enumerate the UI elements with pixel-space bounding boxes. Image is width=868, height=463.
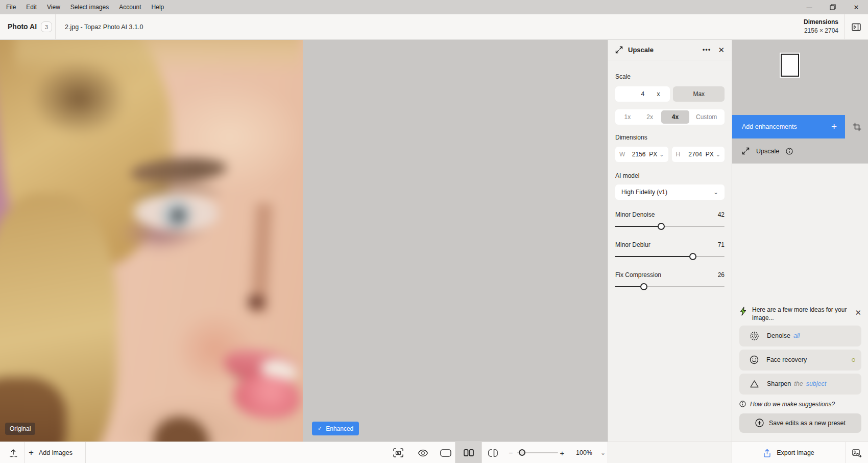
width-input[interactable]: W 2156 PX ⌄	[615, 147, 668, 162]
zoom-out-button[interactable]: −	[505, 442, 516, 463]
suggestion-denoise[interactable]: Denoise all	[739, 326, 861, 346]
chevron-down-icon[interactable]: ⌄	[716, 151, 720, 158]
enhanced-toggle-button[interactable]: ✓ Enhanced	[312, 422, 359, 435]
export-image-button[interactable]: Export image	[732, 442, 846, 463]
menu-edit[interactable]: Edit	[21, 0, 42, 14]
image-navigator-thumbnail[interactable]	[781, 54, 799, 77]
dimensions-label: Dimensions	[804, 18, 838, 26]
enhancement-item-upscale[interactable]: Upscale	[732, 138, 868, 164]
minor-denoise-value: 42	[718, 211, 725, 218]
upscale-settings-panel: Upscale ••• ✕ Scale 4 x Max 1x 2x 4x	[608, 40, 732, 442]
upload-icon	[9, 448, 18, 458]
minimize-button[interactable]: —	[798, 0, 821, 14]
denoise-icon	[750, 331, 759, 341]
more-options-icon[interactable]: •••	[703, 46, 711, 54]
zoom-in-button[interactable]: +	[557, 442, 567, 463]
scale-section-label: Scale	[615, 73, 725, 80]
menu-help[interactable]: Help	[147, 0, 170, 14]
scale-value: 4	[615, 90, 657, 98]
zoom-level-select[interactable]: 100% ⌄	[576, 442, 606, 463]
scale-option-2x[interactable]: 2x	[639, 110, 661, 124]
minor-denoise-slider[interactable]	[615, 223, 725, 230]
upscale-item-label: Upscale	[756, 148, 779, 155]
save-preset-button[interactable]: Save edits as a new preset	[739, 413, 861, 433]
save-preset-label: Save edits as a new preset	[769, 420, 846, 427]
close-panel-icon[interactable]: ✕	[718, 45, 725, 55]
minor-deblur-slider[interactable]	[615, 253, 725, 260]
suggestion-accent: all	[793, 332, 800, 339]
window-controls: — ✕	[798, 0, 868, 14]
scale-option-1x[interactable]: 1x	[616, 110, 639, 124]
chevron-down-icon: ⌄	[713, 189, 718, 196]
add-images-button[interactable]: + Add images	[29, 442, 73, 463]
dimensions-readout: Dimensions 2156 × 2704	[804, 18, 838, 34]
preview-toggle-button[interactable]	[415, 442, 430, 463]
scale-option-custom[interactable]: Custom	[689, 110, 724, 124]
menu-account[interactable]: Account	[114, 0, 146, 14]
menu-select-images[interactable]: Select images	[65, 0, 114, 14]
dismiss-suggestions-icon[interactable]: ✕	[855, 308, 861, 322]
minor-deblur-value: 71	[718, 241, 725, 248]
dimensions-value: 2156 × 2704	[804, 27, 838, 34]
slider-knob[interactable]	[658, 223, 665, 230]
slider-knob[interactable]	[689, 253, 696, 260]
chevron-down-icon: ⌄	[600, 449, 606, 456]
chevron-down-icon[interactable]: ⌄	[659, 151, 664, 158]
app-window: File Edit View Select images Account Hel…	[0, 0, 868, 463]
split-view-button[interactable]	[485, 442, 500, 463]
close-window-button[interactable]: ✕	[845, 0, 868, 14]
side-by-side-view-button[interactable]	[455, 442, 481, 463]
menu-view[interactable]: View	[42, 0, 65, 14]
scale-option-4x[interactable]: 4x	[661, 110, 690, 124]
suggestion-face-recovery[interactable]: Face recovery	[739, 350, 861, 371]
slider-knob[interactable]	[640, 283, 647, 290]
enhanced-label: Enhanced	[326, 425, 353, 432]
suggestions-info-text: How do we make suggestions?	[750, 401, 835, 408]
divider	[85, 442, 86, 463]
snapshot-button[interactable]	[391, 442, 406, 463]
check-icon: ✓	[318, 425, 322, 432]
divider	[481, 442, 482, 463]
height-value: 2704	[685, 151, 706, 158]
minimize-icon: —	[807, 4, 812, 10]
image-export-icon	[852, 449, 862, 457]
active-tab-title[interactable]: 2.jpg - Topaz Photo AI 3.1.0	[65, 24, 143, 31]
crop-button[interactable]	[845, 115, 868, 138]
zoom-slider-knob[interactable]	[519, 449, 525, 456]
image-canvas[interactable]: Original ✓ Enhanced	[0, 40, 608, 442]
info-icon	[739, 401, 746, 407]
upload-button[interactable]	[3, 442, 23, 463]
menu-bar: File Edit View Select images Account Hel…	[0, 0, 868, 14]
panel-bottom-strip	[608, 442, 732, 463]
single-view-button[interactable]	[438, 442, 453, 463]
ai-model-select[interactable]: High Fidelity (v1) ⌄	[615, 184, 725, 200]
collapse-panel-button[interactable]	[849, 20, 864, 34]
plus-icon: +	[831, 121, 837, 132]
camera-focus-icon	[393, 448, 403, 457]
plus-icon: +	[29, 448, 34, 458]
plus-circle-icon	[755, 419, 764, 427]
menu-file[interactable]: File	[0, 0, 21, 14]
suggestion-label: Denoise	[767, 332, 790, 339]
height-input[interactable]: H 2704 PX ⌄	[672, 147, 725, 162]
minor-denoise-label: Minor Denoise	[615, 211, 655, 218]
width-prefix: W	[619, 151, 629, 158]
info-icon[interactable]	[786, 148, 793, 155]
suggestions-section: Here are a few more ideas for your image…	[739, 306, 861, 433]
ai-model-section-label: AI model	[615, 172, 725, 179]
restore-button[interactable]	[821, 0, 845, 14]
fix-compression-slider[interactable]	[615, 283, 725, 290]
sharpen-icon	[750, 380, 759, 388]
split-view-icon	[488, 449, 498, 457]
dimensions-section-label: Dimensions	[615, 134, 725, 141]
height-prefix: H	[676, 151, 685, 158]
width-unit: PX	[649, 151, 657, 158]
suggestion-sharpen[interactable]: Sharpen the subject	[739, 374, 861, 395]
export-options-button[interactable]	[846, 442, 868, 463]
add-enhancements-button[interactable]: Add enhancements +	[732, 115, 845, 138]
divider	[55, 14, 56, 40]
suggestions-info-link[interactable]: How do we make suggestions?	[739, 401, 861, 408]
add-images-label: Add images	[39, 449, 73, 456]
scale-value-input[interactable]: 4 x	[615, 86, 670, 102]
scale-max-button[interactable]: Max	[673, 86, 725, 102]
